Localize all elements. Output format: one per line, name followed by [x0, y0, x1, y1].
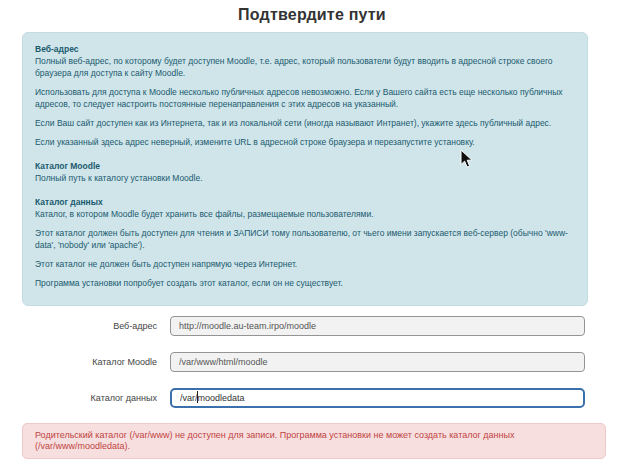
info-paragraph: Полный веб-адрес, по которому будет дост… [35, 55, 575, 79]
data-dir-input[interactable] [170, 388, 585, 408]
text-caret [197, 391, 198, 403]
moodle-dir-input[interactable] [170, 352, 585, 372]
info-heading-web-address: Веб-адрес [35, 43, 575, 55]
data-dir-field-wrap [170, 387, 585, 408]
info-heading-data-dir: Каталог данных [35, 196, 575, 208]
form-row-web-address: Веб-адрес [22, 315, 585, 336]
form-row-moodle-dir: Каталог Moodle [22, 351, 585, 372]
error-alert: Родительский каталог (/var/www) не досту… [22, 423, 606, 459]
form-row-data-dir: Каталог данных [22, 387, 585, 408]
web-address-input[interactable] [170, 316, 585, 336]
info-heading-moodle-dir: Каталог Moodle [35, 160, 575, 172]
paths-info-box: Веб-адрес Полный веб-адрес, по которому … [22, 32, 588, 306]
moodle-dir-field-wrap [170, 351, 585, 372]
data-dir-label: Каталог данных [22, 393, 170, 403]
info-paragraph: Каталог, в котором Moodle будет хранить … [35, 208, 575, 220]
paths-form: Веб-адрес Каталог Moodle Каталог данных [22, 315, 585, 408]
page-title: Подтвердите пути [0, 6, 624, 24]
info-paragraph: Этот каталог не должен быть доступен нап… [35, 258, 575, 270]
info-paragraph: Если Ваш сайт доступен как из Интернета,… [35, 117, 575, 129]
web-address-field-wrap [170, 315, 585, 336]
info-paragraph: Этот каталог должен быть доступен для чт… [35, 227, 575, 251]
info-paragraph: Полный путь к каталогу установки Moodle. [35, 172, 575, 184]
web-address-label: Веб-адрес [22, 321, 170, 331]
moodle-dir-label: Каталог Moodle [22, 357, 170, 367]
info-paragraph: Использовать для доступа к Moodle нескол… [35, 86, 575, 110]
info-paragraph: Если указанный здесь адрес неверный, изм… [35, 136, 575, 148]
info-paragraph: Программа установки попробует создать эт… [35, 277, 575, 289]
